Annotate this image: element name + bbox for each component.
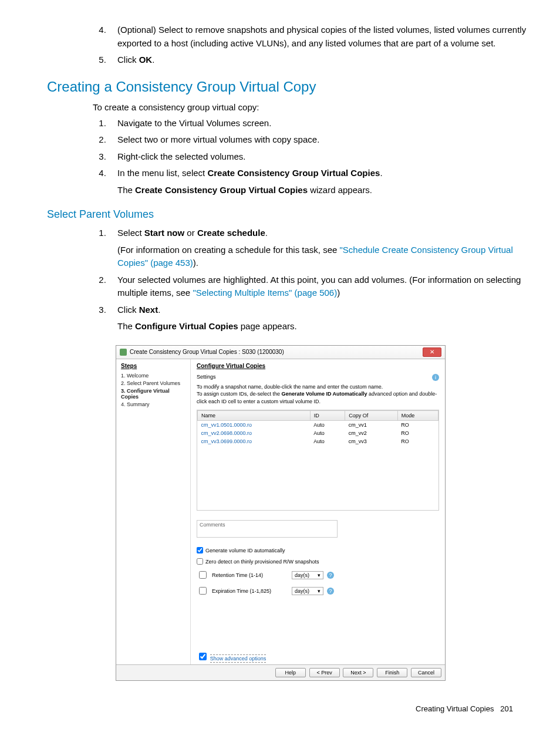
link-multiple-items[interactable]: "Selecting Multiple Items" (page 506) bbox=[193, 288, 337, 298]
sp-step1: Select Start now or Create schedule. (Fo… bbox=[109, 227, 531, 270]
wizard-title-text: Create Consistency Group Virtual Copies … bbox=[130, 349, 284, 355]
step3: Right-click the selected volumes. bbox=[109, 150, 531, 164]
wizard-app-icon bbox=[120, 349, 127, 356]
close-button[interactable]: ✕ bbox=[423, 347, 441, 357]
main-header: Configure Virtual Copies bbox=[197, 363, 439, 369]
cb-generate[interactable] bbox=[197, 547, 203, 553]
col-copyof[interactable]: Copy Of bbox=[345, 411, 398, 421]
cancel-button[interactable]: Cancel bbox=[411, 668, 441, 677]
steps-list-1: Navigate to the Virtual Volumes screen. … bbox=[88, 117, 531, 197]
intro-text-1: To create a consistency group virtual co… bbox=[93, 102, 531, 112]
cb-generate-row[interactable]: Generate volume ID automatically bbox=[197, 547, 439, 553]
help-button[interactable]: Help bbox=[275, 668, 306, 677]
help-icon[interactable]: i bbox=[432, 374, 439, 381]
sp-step3: Click Next. The Configure Virtual Copies… bbox=[109, 303, 531, 333]
next-button[interactable]: Next > bbox=[343, 668, 373, 677]
sidebar-step-4: 4. Summary bbox=[121, 401, 185, 407]
wizard-footer: Help < Prev Next > Finish Cancel bbox=[116, 664, 445, 680]
wizard-sidebar: Steps 1. Welcome 2. Select Parent Volume… bbox=[116, 359, 191, 664]
expiration-row[interactable]: Expiration Time (1-1,825) day(s)▾ ? bbox=[197, 585, 439, 596]
settings-hint: To modify a snapshot name, double-click … bbox=[197, 383, 439, 406]
sidebar-step-3: 3. Configure Virtual Copies bbox=[121, 388, 185, 400]
intro-list: (Optional) Select to remove snapshots an… bbox=[88, 23, 531, 67]
expiration-unit-select[interactable]: day(s)▾ bbox=[292, 587, 323, 595]
step4-sub: The Create Consistency Group Virtual Cop… bbox=[117, 184, 531, 197]
sp-step3-sub: The Configure Virtual Copies page appear… bbox=[117, 320, 531, 333]
comments-section: Comments bbox=[197, 517, 439, 545]
table-row[interactable]: cm_vv3.0699.0000.ro Auto cm_vv3 RO bbox=[198, 437, 438, 445]
table-row[interactable]: cm_vv1.0501.0000.ro Auto cm_vv1 RO bbox=[198, 421, 438, 430]
heading-select-parent: Select Parent Volumes bbox=[47, 208, 531, 221]
step2: Select two or more virtual volumes with … bbox=[109, 133, 531, 147]
col-name[interactable]: Name bbox=[198, 411, 311, 421]
heading-creating-consistency: Creating a Consistency Group Virtual Cop… bbox=[47, 79, 531, 95]
wizard-main: Configure Virtual Copies i Settings To m… bbox=[191, 359, 445, 664]
cb-retention[interactable] bbox=[199, 571, 207, 579]
steps-list-2: Select Start now or Create schedule. (Fo… bbox=[88, 227, 531, 333]
sidebar-step-2: 2. Select Parent Volumes bbox=[121, 380, 185, 386]
page-footer: Creating Virtual Copies 201 bbox=[29, 704, 531, 713]
retention-unit-select[interactable]: day(s)▾ bbox=[292, 571, 323, 579]
volumes-table-wrap: Name ID Copy Of Mode cm_vv1.0501.0000.ro… bbox=[197, 410, 439, 511]
cb-zero-row[interactable]: Zero detect on thinly provisioned R/W sn… bbox=[197, 558, 439, 565]
volumes-table[interactable]: Name ID Copy Of Mode cm_vv1.0501.0000.ro… bbox=[197, 410, 438, 445]
wizard-titlebar[interactable]: Create Consistency Group Virtual Copies … bbox=[116, 346, 445, 359]
cb-advanced[interactable] bbox=[199, 653, 207, 660]
sidebar-step-1: 1. Welcome bbox=[121, 373, 185, 379]
settings-label: Settings bbox=[197, 374, 439, 380]
expiration-help-icon[interactable]: ? bbox=[327, 588, 334, 595]
cb-zero[interactable] bbox=[197, 558, 203, 565]
col-id[interactable]: ID bbox=[310, 411, 345, 421]
wizard-window: Create Consistency Group Virtual Copies … bbox=[116, 345, 446, 681]
retention-help-icon[interactable]: ? bbox=[327, 572, 334, 579]
advanced-link[interactable]: Show advanced options bbox=[210, 654, 266, 663]
sp-step2: Your selected volumes are highlighted. A… bbox=[109, 274, 531, 300]
table-row[interactable]: cm_vv2.0698.0000.ro Auto cm_vv2 RO bbox=[198, 429, 438, 437]
chevron-down-icon: ▾ bbox=[318, 588, 321, 594]
intro-item-4: (Optional) Select to remove snapshots an… bbox=[109, 23, 531, 50]
sidebar-header: Steps bbox=[121, 363, 185, 369]
cb-expiration[interactable] bbox=[199, 587, 207, 595]
chevron-down-icon: ▾ bbox=[318, 572, 321, 578]
comments-input[interactable]: Comments bbox=[197, 520, 338, 538]
step4: In the menu list, select Create Consiste… bbox=[109, 167, 531, 197]
finish-button[interactable]: Finish bbox=[377, 668, 407, 677]
sp-step1-sub: (For information on creating a schedule … bbox=[117, 244, 531, 270]
intro-item-5: Click OK. bbox=[109, 53, 531, 67]
retention-row[interactable]: Retention Time (1-14) day(s)▾ ? bbox=[197, 569, 439, 580]
col-mode[interactable]: Mode bbox=[397, 411, 438, 421]
step1: Navigate to the Virtual Volumes screen. bbox=[109, 117, 531, 130]
prev-button[interactable]: < Prev bbox=[309, 668, 340, 677]
